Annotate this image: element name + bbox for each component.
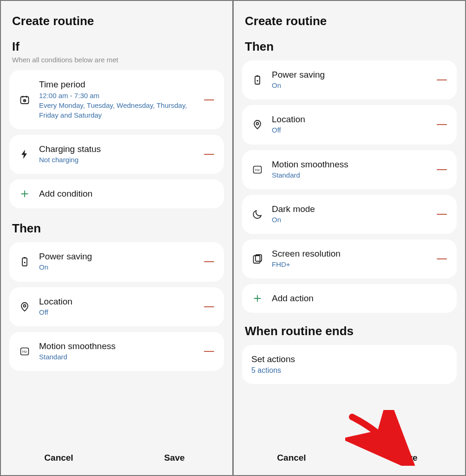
action-title: Location [272, 114, 428, 125]
moon-icon [250, 209, 264, 220]
remove-action-button[interactable] [435, 163, 448, 176]
condition-value: 12:00 am - 7:30 am Every Monday, Tuesday… [39, 91, 195, 120]
svg-point-7 [256, 123, 259, 125]
save-button[interactable]: Save [117, 453, 232, 463]
remove-action-button[interactable] [435, 118, 448, 131]
action-value: Off [272, 126, 428, 135]
action-value: Off [39, 308, 195, 317]
resolution-icon [250, 253, 264, 264]
set-actions-value: 5 actions [251, 366, 447, 375]
action-location[interactable]: Location Off [242, 105, 457, 144]
action-value: FHD+ [272, 260, 428, 269]
condition-charging-status[interactable]: Charging status Not charging [9, 135, 224, 174]
remove-action-button[interactable] [435, 208, 448, 221]
action-title: Power saving [39, 251, 195, 262]
svg-text:Hz: Hz [255, 168, 260, 172]
add-action-label: Add action [272, 293, 314, 304]
action-title: Motion smoothness [272, 159, 428, 170]
action-power-saving[interactable]: Power saving On [9, 242, 224, 281]
then-section-title: Then [12, 221, 224, 236]
cancel-button[interactable]: Cancel [234, 453, 349, 463]
remove-action-button[interactable] [203, 255, 216, 268]
action-power-saving[interactable]: Power saving On [242, 60, 457, 99]
action-location[interactable]: Location Off [9, 287, 224, 326]
svg-text:Hz: Hz [22, 350, 27, 354]
action-value: Standard [272, 171, 428, 180]
save-button[interactable]: Save [349, 453, 465, 463]
bolt-icon [18, 149, 32, 160]
phone-left: Create routine If When all conditions be… [0, 0, 233, 476]
plus-icon [18, 189, 32, 199]
location-pin-icon [18, 301, 32, 312]
add-action-button[interactable]: Add action [242, 284, 457, 313]
bottom-bar: Cancel Save [234, 443, 465, 475]
remove-action-button[interactable] [203, 300, 216, 313]
condition-time-period[interactable]: Time period 12:00 am - 7:30 am Every Mon… [9, 70, 224, 129]
left-scroll: Create routine If When all conditions be… [1, 1, 232, 443]
condition-value: Not charging [39, 155, 195, 165]
set-actions-title: Set actions [251, 354, 447, 364]
add-condition-label: Add condition [39, 189, 92, 199]
remove-action-button[interactable] [435, 73, 448, 86]
battery-leaf-icon [18, 256, 32, 267]
action-title: Power saving [272, 70, 428, 80]
remove-condition-button[interactable] [203, 93, 216, 106]
action-value: On [39, 263, 195, 272]
action-dark-mode[interactable]: Dark mode On [242, 195, 457, 234]
plus-icon [250, 293, 264, 304]
hz-icon: Hz [250, 164, 264, 175]
right-scroll: Create routine Then Power saving On [234, 1, 465, 443]
when-ends-title: When routine ends [245, 324, 457, 338]
set-actions-card[interactable]: Set actions 5 actions [242, 345, 457, 384]
page-title: Create routine [245, 14, 457, 28]
action-motion-smoothness[interactable]: Hz Motion smoothness Standard [9, 332, 224, 371]
action-value: On [272, 81, 428, 90]
action-value: On [272, 215, 428, 225]
bottom-bar: Cancel Save [1, 443, 232, 475]
action-screen-resolution[interactable]: Screen resolution FHD+ [242, 239, 457, 278]
add-condition-button[interactable]: Add condition [9, 179, 224, 208]
battery-leaf-icon [250, 74, 264, 86]
if-section-title: If [12, 40, 224, 54]
action-title: Screen resolution [272, 249, 428, 259]
svg-rect-10 [254, 256, 260, 263]
calendar-icon [18, 94, 32, 106]
if-section-subtitle: When all conditions below are met [12, 56, 224, 64]
remove-action-button[interactable] [435, 252, 448, 265]
cancel-button[interactable]: Cancel [1, 453, 117, 463]
page-title: Create routine [12, 14, 224, 28]
action-title: Motion smoothness [39, 341, 195, 351]
action-title: Dark mode [272, 204, 428, 214]
remove-action-button[interactable] [203, 345, 216, 358]
hz-icon: Hz [18, 346, 32, 357]
action-motion-smoothness[interactable]: Hz Motion smoothness Standard [242, 150, 457, 189]
remove-condition-button[interactable] [203, 148, 216, 161]
condition-title: Charging status [39, 144, 195, 154]
location-pin-icon [250, 119, 264, 130]
phone-right: Create routine Then Power saving On [233, 0, 466, 476]
condition-title: Time period [39, 79, 195, 90]
svg-point-3 [24, 304, 26, 307]
then-section-title: Then [245, 40, 457, 54]
action-title: Location [39, 297, 195, 307]
action-value: Standard [39, 352, 195, 362]
